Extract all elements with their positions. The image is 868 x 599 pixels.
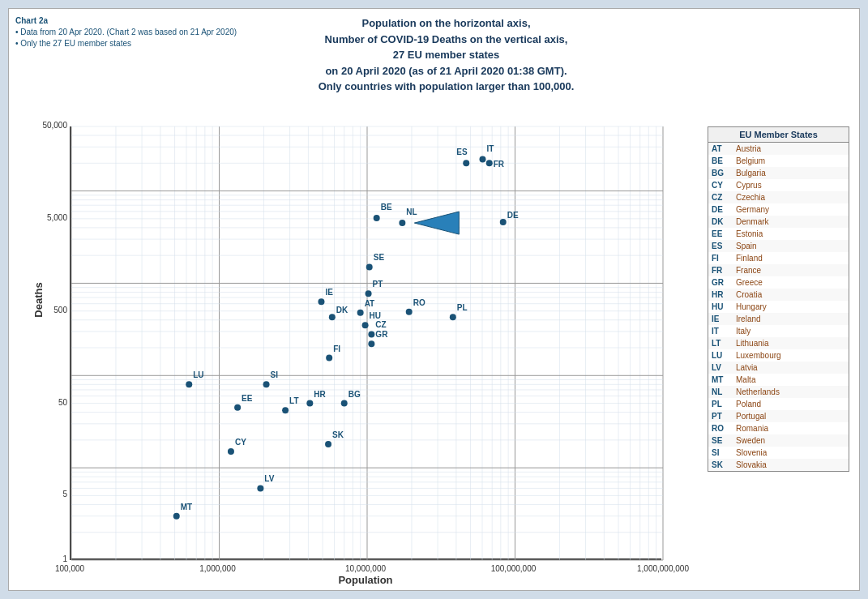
point-label-HR: HR (314, 390, 326, 399)
data-point-CZ (368, 331, 374, 337)
legend-item: SKSlovakia (708, 459, 849, 471)
legend-name: Slovakia (736, 460, 767, 470)
y-tick-label: 5,000 (23, 213, 67, 222)
data-point-CY (228, 448, 234, 455)
legend-code: LV (712, 362, 736, 373)
point-label-LV: LV (264, 474, 274, 483)
data-point-HU (362, 322, 369, 328)
data-point-PL (450, 314, 456, 320)
data-point-GR (368, 340, 374, 347)
legend-name: Denmark (736, 216, 769, 227)
legend-item: FIFinland (708, 252, 849, 264)
legend-item: DEGermany (708, 203, 849, 216)
x-tick-label: 100,000 (45, 564, 94, 573)
point-label-EE: EE (242, 394, 253, 403)
legend-code: LT (712, 338, 736, 349)
legend-box: EU Member States ATAustriaBEBelgiumBGBul… (708, 126, 849, 472)
legend-name: Sweden (736, 435, 765, 446)
legend-item: SISlovenia (708, 447, 849, 459)
legend-name: Portugal (736, 411, 766, 421)
legend-name: Lithuania (736, 338, 769, 349)
chart-title: Population on the horizontal axis, Numbe… (212, 15, 681, 95)
y-tick-label: 50,000 (23, 121, 67, 130)
legend-item: HRCroatia (708, 289, 849, 301)
x-tick-label: 1,000,000,000 (637, 564, 686, 573)
data-point-MT (173, 513, 180, 520)
legend-item: ESSpain (708, 240, 849, 252)
legend-code: RO (712, 423, 736, 434)
legend-code: BG (712, 168, 736, 178)
point-label-PT: PT (373, 280, 383, 289)
legend-item: MTMalta (708, 374, 849, 386)
y-tick-label: 50 (23, 398, 67, 407)
data-point-RO (406, 309, 413, 315)
point-label-IT: IT (486, 144, 494, 153)
legend-code: SE (712, 435, 736, 446)
legend-code: BE (712, 156, 736, 166)
title-line-3: 27 EU member states (393, 49, 500, 61)
point-label-IE: IE (325, 288, 333, 297)
point-label-ES: ES (456, 148, 468, 156)
legend-name: Italy (736, 326, 750, 336)
legend-name: Malta (736, 374, 755, 385)
point-label-SI: SI (271, 370, 279, 379)
plot-area: ESITFRDEBENLSEPTIEATRODKPLHUCZGRFILUSIHR… (70, 126, 661, 560)
y-tick-label: 5 (23, 490, 67, 498)
point-label-CZ: CZ (375, 320, 386, 329)
legend-name: Cyprus (736, 180, 762, 190)
title-line-2: Number of COVID-19 Deaths on the vertica… (325, 33, 568, 45)
legend-name: Romania (736, 423, 768, 434)
data-point-SE (366, 263, 373, 270)
legend-code: ES (712, 241, 736, 251)
legend-item: BEBelgium (708, 155, 849, 167)
data-point-LU (186, 381, 192, 387)
data-point-DK (329, 314, 336, 320)
data-point-PT (366, 290, 372, 297)
chart-note-2: • Only the 27 EU member states (15, 39, 131, 48)
legend-rows: ATAustriaBEBelgiumBGBulgariaCYCyprusCZCz… (708, 143, 849, 471)
legend-code: IT (712, 326, 736, 336)
data-point-FR (486, 160, 493, 166)
legend-item: ATAustria (708, 143, 849, 155)
legend-name: Belgium (736, 156, 765, 166)
legend-item: CZCzechia (708, 191, 849, 203)
legend-item: IEIreland (708, 313, 849, 325)
data-point-SI (263, 381, 270, 387)
y-tick-label: 1 (23, 554, 67, 563)
chart-inner: Chart 2a • Data from 20 Apr 2020. (Chart… (8, 8, 860, 591)
data-point-IE (318, 298, 324, 305)
point-label-SK: SK (332, 430, 344, 439)
legend-title: EU Member States (708, 127, 849, 143)
legend-code: EE (712, 229, 736, 239)
data-point-NL (399, 220, 405, 226)
legend-name: Bulgaria (736, 168, 766, 178)
data-point-LV (257, 485, 263, 491)
legend-name: Luxembourg (736, 350, 781, 361)
chart-note-1: • Data from 20 Apr 2020. (Chart 2 was ba… (15, 28, 237, 36)
legend-code: FI (712, 253, 736, 263)
title-line-1: Population on the horizontal axis, (361, 17, 530, 29)
legend-code: IE (712, 314, 736, 324)
point-label-PL: PL (457, 303, 468, 312)
data-point-EE (234, 404, 241, 411)
chart-svg: ESITFRDEBENLSEPTIEATRODKPLHUCZGRFILUSIHR… (71, 126, 663, 560)
data-point-AT (357, 310, 364, 316)
legend-name: Finland (736, 253, 763, 263)
legend-code: AT (712, 143, 736, 154)
legend-code: PT (712, 411, 736, 421)
point-label-LU: LU (193, 370, 203, 379)
legend-item: SESweden (708, 434, 849, 447)
legend-code: PL (712, 399, 736, 409)
legend-code: LU (712, 350, 736, 361)
legend-name: Latvia (736, 362, 758, 373)
point-label-RO: RO (413, 298, 425, 307)
chart-container: Chart 2a • Data from 20 Apr 2020. (Chart… (0, 0, 868, 599)
data-point-FI (326, 355, 332, 362)
chart-label: Chart 2a (15, 16, 48, 25)
point-label-MT: MT (181, 503, 192, 511)
legend-name: Czechia (736, 192, 765, 203)
data-point-BE (374, 215, 380, 221)
point-label-LT: LT (289, 396, 298, 405)
legend-item: PLPoland (708, 398, 849, 410)
legend-item: ITItaly (708, 325, 849, 337)
